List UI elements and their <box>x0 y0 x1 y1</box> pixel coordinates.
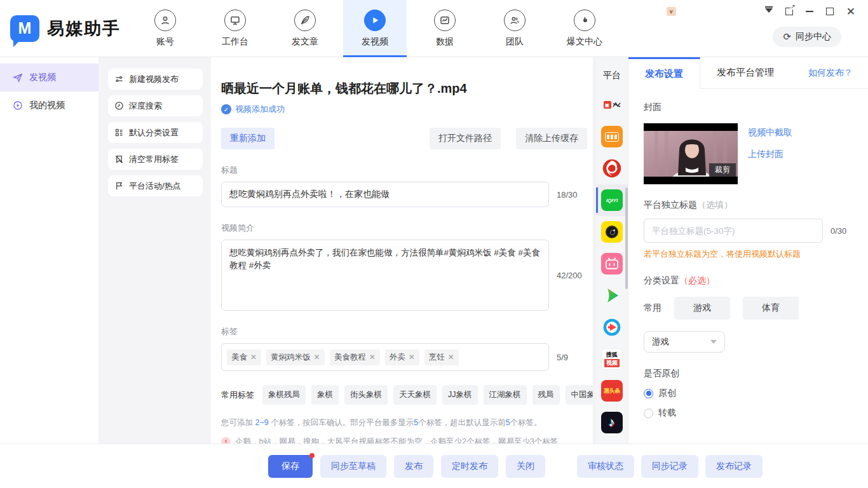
platform-yellow-camera[interactable] <box>596 216 628 248</box>
platform-rail: 平台 ▣ iQIYI <box>596 57 628 444</box>
status-text: 视频添加成功 <box>235 104 285 115</box>
sync-center-button[interactable]: ⟳ 同步中心 <box>773 27 841 47</box>
platform-youku[interactable] <box>596 311 628 343</box>
mini-platform-icon: ▣ <box>604 100 621 109</box>
upload-cover-link[interactable]: 上传封面 <box>748 149 792 160</box>
nav-item-data[interactable]: 数据 <box>413 0 477 57</box>
tab-platform-management[interactable]: 发布平台管理 <box>700 57 790 88</box>
sync-to-draft-button[interactable]: 同步至草稿 <box>320 455 386 478</box>
common-tags-label: 常用标签 <box>221 390 254 401</box>
nav-item-account[interactable]: 账号 <box>133 0 197 57</box>
sync-records-button[interactable]: 同步记录 <box>641 455 698 478</box>
readd-video-button[interactable]: 重新添加 <box>221 128 275 149</box>
platform-bilibili[interactable] <box>596 248 628 280</box>
radio-checked-icon <box>644 389 653 398</box>
platform-mini-badge[interactable]: ▣ <box>596 89 628 121</box>
nav-item-hot-center[interactable]: 爆文中心 <box>553 0 616 57</box>
close-icon[interactable]: ✕ <box>846 6 855 17</box>
common-tag-button[interactable]: 江湖象棋 <box>484 385 527 405</box>
nav-item-post-video[interactable]: 发视频 <box>343 0 407 57</box>
maximize-icon[interactable] <box>826 8 834 15</box>
tag-chip: 烹饪 ✕ <box>424 349 459 365</box>
how-to-publish-link[interactable]: 如何发布？ <box>808 57 868 88</box>
default-category-settings-button[interactable]: 默认分类设置 <box>108 122 203 143</box>
remove-tag-icon[interactable]: ✕ <box>448 353 454 362</box>
scheduled-publish-button[interactable]: 定时发布 <box>441 455 498 478</box>
tencent-video-icon <box>601 285 623 306</box>
platform-title-input[interactable] <box>644 219 823 243</box>
category-option-sports[interactable]: 体育 <box>743 297 799 320</box>
platform-activity-button[interactable]: 平台活动/热点 <box>108 175 203 196</box>
common-tag-button[interactable]: 街头象棋 <box>344 385 388 405</box>
app-title: 易媒助手 <box>47 17 121 40</box>
clear-common-tags-button[interactable]: 清空常用标签 <box>108 149 203 170</box>
nav-item-post-article[interactable]: 发文章 <box>273 0 337 57</box>
chart-icon <box>434 10 456 31</box>
common-tag-button[interactable]: 天天象棋 <box>393 385 437 405</box>
radio-repost[interactable]: 转载 <box>644 407 853 419</box>
remove-tag-icon[interactable]: ✕ <box>369 353 376 362</box>
common-tag-button[interactable]: 中国象棋 <box>566 385 597 405</box>
clear-upload-cache-button[interactable]: 清除上传缓存 <box>516 128 587 149</box>
platform-scrollbar-thumb[interactable] <box>625 187 628 289</box>
deep-search-button[interactable]: 深度搜索 <box>108 95 203 116</box>
sidebar-item-post-video[interactable]: 发视频 <box>0 64 98 92</box>
tray-icon[interactable]: v <box>667 7 676 16</box>
remove-tag-icon[interactable]: ✕ <box>409 353 415 362</box>
remove-tag-icon[interactable]: ✕ <box>314 353 320 362</box>
tool-label: 平台活动/热点 <box>129 180 181 192</box>
bottom-action-bar: 保存 同步至草稿 发布 定时发布 关闭 审核状态 同步记录 发布记录 <box>0 444 868 488</box>
tab-publish-settings[interactable]: 发布设置 <box>628 57 700 89</box>
common-tag-button[interactable]: 象棋残局 <box>262 385 306 405</box>
hide-menu-icon[interactable] <box>765 6 773 17</box>
tag-chip: 黄焖鸡米饭 ✕ <box>266 349 325 365</box>
platform-tencent-video[interactable] <box>596 280 628 311</box>
description-textarea[interactable]: 想吃黄焖鸡别再点外卖了，我们在家也能做，方法很简单#黄焖鸡米饭 #美食 #美食教… <box>221 240 549 311</box>
file-actions: 重新添加 打开文件路径 清除上传缓存 <box>221 128 587 149</box>
radio-original[interactable]: 原创 <box>644 388 853 399</box>
refresh-icon: ⟳ <box>783 31 791 43</box>
platform-title-label: 平台独立标题（选填） <box>644 200 853 211</box>
sidebar-item-label: 我的视频 <box>29 100 65 111</box>
title-input[interactable] <box>221 182 549 207</box>
platform-huitoutiao[interactable]: 惠头条 <box>596 375 628 407</box>
platform-sohu-video[interactable]: 搜狐 视频 <box>596 343 628 375</box>
sohu-video-icon: 搜狐 视频 <box>601 348 623 370</box>
new-video-publish-button[interactable]: 新建视频发布 <box>108 69 203 90</box>
platform-kuaishou[interactable] <box>596 438 628 444</box>
common-tag-button[interactable]: 象棋 <box>311 385 339 405</box>
nav-label: 团队 <box>506 36 524 48</box>
cover-thumbnail[interactable]: 裁剪 <box>644 123 738 184</box>
category-option-game[interactable]: 游戏 <box>674 297 730 320</box>
common-tag-button[interactable]: JJ象棋 <box>442 385 478 405</box>
remove-tag-icon[interactable]: ✕ <box>250 353 257 362</box>
close-button[interactable]: 关闭 <box>506 455 545 478</box>
save-button[interactable]: 保存 <box>268 455 313 478</box>
nav-item-team[interactable]: 团队 <box>483 0 546 57</box>
title-char-count: 18/30 <box>557 190 578 200</box>
radio-label: 原创 <box>658 388 676 399</box>
capture-from-video-link[interactable]: 视频中截取 <box>748 127 792 139</box>
crop-badge[interactable]: 裁剪 <box>709 163 736 177</box>
tool-label: 新建视频发布 <box>129 74 179 85</box>
platform-iqiyi[interactable]: iQIYI <box>596 184 628 216</box>
tags-input[interactable]: 美食 ✕ 黄焖鸡米饭 ✕ 美食教程 ✕ 外卖 ✕ <box>221 343 549 371</box>
workbench-icon <box>224 10 246 31</box>
publish-button[interactable]: 发布 <box>394 455 433 478</box>
minimize-icon[interactable] <box>806 11 813 12</box>
sidebar-item-my-videos[interactable]: 我的视频 <box>0 92 98 119</box>
open-file-path-button[interactable]: 打开文件路径 <box>430 128 501 149</box>
desc-field-label: 视频简介 <box>221 222 587 234</box>
category-select[interactable]: 游戏 <box>644 331 725 353</box>
feather-icon <box>294 10 316 31</box>
publish-records-button[interactable]: 发布记录 <box>705 455 763 478</box>
platform-ifeng[interactable] <box>596 152 628 184</box>
nav-item-workbench[interactable]: 工作台 <box>203 0 267 57</box>
platform-douyin[interactable]: ♪ <box>596 407 628 438</box>
popout-icon[interactable] <box>785 8 793 15</box>
tag-label: 美食 <box>231 352 247 363</box>
flame-icon <box>574 10 595 31</box>
common-tag-button[interactable]: 残局 <box>532 385 560 405</box>
platform-orange[interactable] <box>596 121 628 152</box>
review-status-button[interactable]: 审核状态 <box>577 455 634 478</box>
